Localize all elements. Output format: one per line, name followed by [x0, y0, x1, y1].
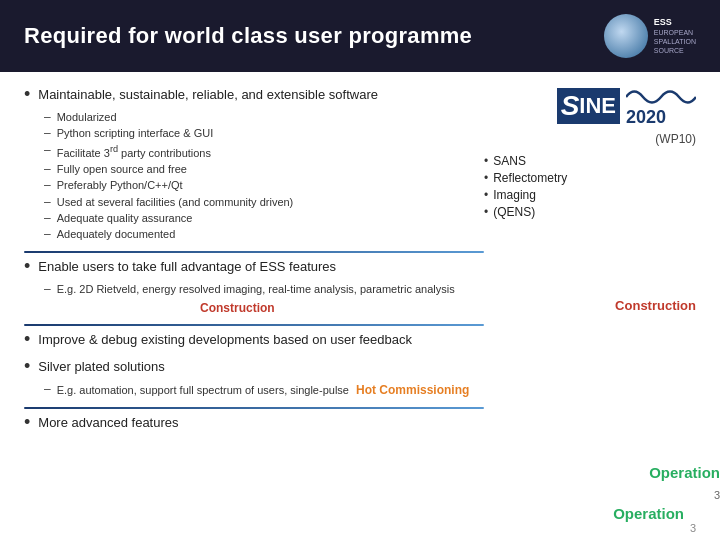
sine2020-logo: S INE 2020: [557, 86, 696, 126]
sub-list-2: – E.g. 2D Rietveld, energy resolved imag…: [44, 282, 696, 297]
list-item: – E.g. 2D Rietveld, energy resolved imag…: [44, 282, 696, 297]
page-number-abs: 3: [690, 522, 696, 534]
bullet-section-4: • Silver plated solutions – E.g. automat…: [24, 358, 696, 399]
right-bullets-list: • SANS • Reflectometry • Imaging • (QENS…: [484, 154, 567, 222]
header-bar: Required for world class user programme …: [0, 0, 720, 72]
divider-1: [24, 251, 484, 253]
ess-text: ESS EUROPEAN SPALLATION SOURCE: [654, 17, 696, 56]
hot-commissioning-tag: Hot Commissioning: [356, 383, 469, 397]
bullet-section-2: • Enable users to take full advantage of…: [24, 258, 696, 316]
bullet-row-2: • Enable users to take full advantage of…: [24, 258, 696, 277]
construction-tag: Construction: [200, 301, 275, 315]
operation-label-abs: Operation: [613, 505, 684, 522]
sine-ine-text: INE: [579, 93, 616, 119]
wp10-label: (WP10): [655, 132, 696, 146]
divider-3: [24, 407, 484, 409]
ess-circle-icon: [604, 14, 648, 58]
list-item: – E.g. automation, support full spectrum…: [44, 382, 696, 399]
bullet5-text: More advanced features: [38, 414, 178, 432]
list-item: • SANS: [484, 154, 567, 168]
operation-tag: Operation: [649, 464, 720, 481]
bullet4-text: Silver plated solutions: [38, 358, 164, 376]
list-item: • Reflectometry: [484, 171, 567, 185]
bullet3-text: Improve & debug existing developments ba…: [38, 331, 412, 349]
main-content: S INE 2020 (WP10) • SANS • Reflectometry…: [0, 72, 720, 451]
list-item: • Imaging: [484, 188, 567, 202]
divider-2: [24, 324, 484, 326]
list-item: – Adequately documented: [44, 227, 696, 242]
right-panel: S INE 2020 (WP10) • SANS • Reflectometry…: [476, 86, 696, 222]
page-title: Required for world class user programme: [24, 23, 472, 49]
sine-2020-text: 2020: [626, 108, 696, 126]
bullet-row-4: • Silver plated solutions: [24, 358, 696, 377]
list-item: • (QENS): [484, 205, 567, 219]
sine-s-letter: S: [561, 90, 580, 122]
page-number: 3: [714, 489, 720, 501]
sine-wave-icon: [626, 86, 696, 108]
ess-logo: ESS EUROPEAN SPALLATION SOURCE: [604, 14, 696, 58]
bullet-section-3: • Improve & debug existing developments …: [24, 331, 696, 350]
bullet2-text: Enable users to take full advantage of E…: [38, 258, 336, 276]
sub-list-4: – E.g. automation, support full spectrum…: [44, 382, 696, 399]
bullet-row-3: • Improve & debug existing developments …: [24, 331, 696, 350]
bullet-row-5: • More advanced features: [24, 414, 696, 433]
bullet1-text: Maintainable, sustainable, reliable, and…: [38, 86, 378, 104]
construction-label-abs: Construction: [615, 298, 696, 313]
operation-tag-area: Operation: [649, 464, 720, 481]
bullet-section-5: • More advanced features: [24, 414, 696, 433]
